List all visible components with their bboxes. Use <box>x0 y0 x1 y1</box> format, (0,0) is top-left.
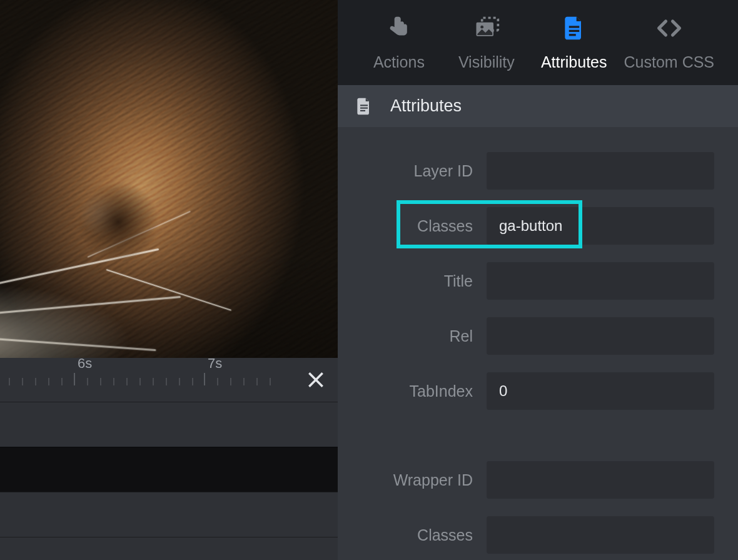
svg-point-4 <box>480 26 483 29</box>
field-tabindex: TabIndex <box>361 372 714 410</box>
field-label: Layer ID <box>361 162 487 180</box>
wrapper-id-input[interactable] <box>487 461 714 499</box>
tab-actions[interactable]: Actions <box>361 14 437 71</box>
section-header: Attributes <box>338 85 738 127</box>
layer-id-input[interactable] <box>487 152 714 190</box>
timeline[interactable]: 6s 7s <box>0 358 338 402</box>
field-wrapper-id: Wrapper ID <box>361 461 714 499</box>
field-title: Title <box>361 262 714 300</box>
field-wrapper-classes: Classes <box>361 516 714 554</box>
field-label: Classes <box>361 217 487 235</box>
wrapper-classes-input[interactable] <box>487 516 714 554</box>
close-icon <box>306 370 326 390</box>
side-panel: Actions Visibility <box>338 0 738 560</box>
code-icon <box>655 14 683 42</box>
track-row[interactable] <box>0 402 338 447</box>
track-row[interactable] <box>0 492 338 537</box>
field-label: Rel <box>361 327 487 345</box>
touch-icon <box>385 14 413 42</box>
tab-customcss[interactable]: Custom CSS <box>624 14 714 71</box>
svg-rect-10 <box>360 110 365 111</box>
field-label: Title <box>361 272 487 290</box>
field-label: Classes <box>361 526 487 544</box>
tab-label: Visibility <box>458 53 515 71</box>
document-icon <box>354 96 374 116</box>
timeline-ticks: 6s 7s <box>0 358 338 402</box>
preview-panel: 6s 7s <box>0 0 338 560</box>
tab-label: Actions <box>373 53 425 71</box>
tabindex-input[interactable] <box>487 372 714 410</box>
tab-bar: Actions Visibility <box>338 0 738 85</box>
svg-rect-8 <box>360 104 368 106</box>
rel-input[interactable] <box>487 317 714 355</box>
track-row[interactable] <box>0 537 338 560</box>
field-label: Wrapper ID <box>361 471 487 489</box>
tab-label: Custom CSS <box>624 53 714 71</box>
visibility-icon <box>473 14 500 42</box>
close-button[interactable] <box>303 367 329 393</box>
timeline-marker: 6s <box>78 355 92 372</box>
svg-rect-7 <box>569 34 575 36</box>
section-title: Attributes <box>390 96 462 116</box>
svg-rect-6 <box>569 29 579 31</box>
svg-rect-5 <box>569 26 579 28</box>
svg-rect-9 <box>360 107 368 108</box>
timeline-tracks <box>0 402 338 560</box>
title-input[interactable] <box>487 262 714 300</box>
preview-image <box>0 0 338 358</box>
tab-attributes[interactable]: Attributes <box>537 14 612 71</box>
field-layer-id: Layer ID <box>361 152 714 190</box>
document-icon <box>560 14 588 42</box>
timeline-marker: 7s <box>208 355 222 372</box>
classes-input[interactable] <box>487 207 714 245</box>
attributes-form: Layer ID Classes Title Rel TabIndex <box>338 127 738 560</box>
tab-label: Attributes <box>541 53 607 71</box>
field-rel: Rel <box>361 317 714 355</box>
tab-visibility[interactable]: Visibility <box>449 14 524 71</box>
track-row[interactable] <box>0 447 338 492</box>
field-classes: Classes <box>361 207 714 245</box>
field-label: TabIndex <box>361 382 487 400</box>
